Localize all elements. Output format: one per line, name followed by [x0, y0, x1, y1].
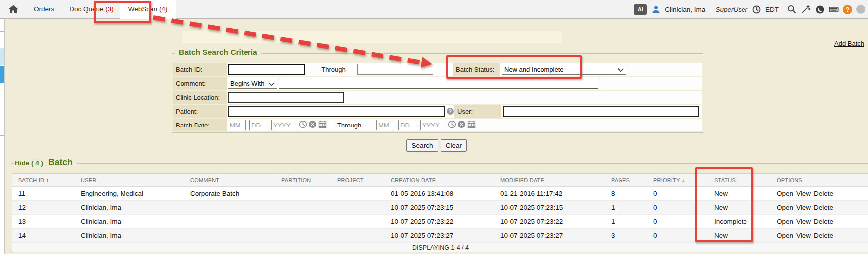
patient-help-icon[interactable]: ?: [447, 108, 454, 115]
cell-options: OpenViewDelete: [777, 204, 868, 211]
column-header-label[interactable]: COMMENT: [190, 177, 219, 183]
cell-batch-id: 13: [18, 218, 81, 225]
batch-date-from-day-input[interactable]: [249, 120, 267, 130]
nav-user-area: AI Clinician, Ima - SuperUser EDT ?: [634, 0, 865, 19]
batch-date-row: Batch Date: - - -Through- - -: [173, 119, 702, 131]
cell-batch-id: 11: [18, 190, 81, 197]
column-header-comment[interactable]: COMMENT: [190, 177, 281, 183]
clear-date-icon[interactable]: [308, 120, 317, 128]
cell-creation-date: 10-07-2025 07:23:22: [391, 218, 500, 225]
clear-button[interactable]: Clear: [441, 139, 467, 152]
column-header-label[interactable]: CREATION DATE: [391, 177, 436, 183]
batch-status-label: Batch Status:: [453, 63, 500, 76]
open-link[interactable]: Open: [777, 190, 793, 197]
column-header-label[interactable]: STATUS: [714, 177, 736, 183]
column-header-project[interactable]: PROJECT: [337, 177, 391, 183]
delete-link[interactable]: Delete: [814, 204, 833, 211]
delete-link[interactable]: Delete: [814, 232, 833, 239]
view-link[interactable]: View: [796, 232, 811, 239]
column-header-label[interactable]: PRIORITY: [653, 177, 680, 183]
column-header-batch-id[interactable]: BATCH ID↑: [18, 177, 81, 184]
cell-pages: 8: [611, 190, 653, 197]
clinic-location-input[interactable]: [228, 92, 344, 103]
nav-item-doc-queue[interactable]: Doc Queue (3): [69, 5, 114, 13]
batch-date-through-label: -Through-: [334, 119, 364, 131]
batch-id-label: Batch ID:: [173, 63, 227, 76]
hide-link[interactable]: Hide ( 4 ): [15, 159, 43, 167]
column-header-label[interactable]: PAGES: [611, 177, 630, 183]
wand-icon[interactable]: [801, 4, 811, 14]
column-header-label[interactable]: PARTITION: [281, 177, 311, 183]
view-link[interactable]: View: [796, 218, 811, 225]
help-icon[interactable]: ?: [843, 5, 852, 14]
column-header-pages[interactable]: PAGES: [611, 177, 653, 183]
cell-batch-id: 12: [18, 204, 81, 211]
batch-date-to-day-input[interactable]: [398, 120, 416, 130]
comment-label: Comment:: [173, 77, 227, 90]
view-link[interactable]: View: [796, 190, 811, 197]
batch-date-to-year-input[interactable]: [420, 120, 444, 130]
sort-desc-icon: ↓: [682, 177, 685, 184]
table-row[interactable]: 13Clinician, Ima10-07-2025 07:23:2210-07…: [12, 215, 868, 229]
cell-creation-date: 10-07-2025 07:23:27: [391, 232, 500, 239]
patient-row: Patient: ? User:: [173, 105, 702, 118]
column-header-creation-date[interactable]: CREATION DATE: [391, 177, 500, 183]
search-icon[interactable]: [787, 4, 797, 14]
clear-date-icon[interactable]: [457, 120, 466, 128]
patient-input[interactable]: [228, 106, 445, 117]
sidebar-collapsed-item[interactable]: [0, 48, 4, 65]
delete-link[interactable]: Delete: [814, 218, 833, 225]
batch-date-from-month-input[interactable]: [228, 120, 246, 130]
search-button[interactable]: Search: [406, 139, 438, 152]
batch-id-from-input[interactable]: [228, 64, 305, 75]
globe-phone-icon[interactable]: [815, 4, 825, 14]
column-header-options: OPTIONS: [777, 177, 868, 183]
column-header-status[interactable]: STATUS: [714, 177, 777, 183]
clinic-location-label: Clinic Location:: [173, 91, 227, 104]
status-circle-icon: [856, 5, 865, 14]
column-header-label[interactable]: BATCH ID: [18, 177, 44, 183]
cell-pages: 3: [611, 232, 653, 239]
add-batch-link[interactable]: Add Batch: [834, 40, 864, 47]
home-icon[interactable]: [8, 4, 19, 14]
cell-user: Clinician, Ima: [81, 204, 190, 211]
column-header-label[interactable]: USER: [81, 177, 96, 183]
calendar-icon[interactable]: [318, 120, 327, 128]
user-input[interactable]: [503, 106, 699, 117]
user-role: - SuperUser: [711, 6, 747, 13]
batch-date-to-month-input[interactable]: [376, 120, 394, 130]
open-link[interactable]: Open: [777, 232, 793, 239]
time-picker-icon[interactable]: [299, 120, 307, 128]
column-header-user[interactable]: USER: [81, 177, 190, 183]
keyboard-icon[interactable]: [829, 4, 839, 14]
time-picker-icon[interactable]: [448, 120, 456, 128]
user-label: User:: [454, 105, 501, 118]
column-header-priority[interactable]: PRIORITY↓: [653, 177, 714, 184]
table-row[interactable]: 14Clinician, Ima10-07-2025 07:23:2710-07…: [12, 229, 868, 243]
batch-id-to-input[interactable]: [357, 64, 433, 75]
doc-queue-count: (3): [105, 5, 114, 13]
column-header-partition[interactable]: PARTITION: [281, 177, 337, 183]
ai-badge[interactable]: AI: [634, 4, 647, 15]
column-header-label[interactable]: MODIFIED DATE: [500, 177, 544, 183]
open-link[interactable]: Open: [777, 204, 793, 211]
batch-date-from-year-input[interactable]: [271, 120, 295, 130]
table-row[interactable]: 12Clinician, Ima10-07-2025 07:23:1510-07…: [12, 201, 868, 215]
nav-item-webscan[interactable]: WebScan (4): [120, 0, 177, 19]
column-header-label[interactable]: PROJECT: [337, 177, 364, 183]
comment-input[interactable]: [279, 78, 598, 89]
calendar-icon[interactable]: [467, 120, 476, 128]
view-link[interactable]: View: [796, 204, 811, 211]
clinic-location-row: Clinic Location:: [173, 91, 702, 104]
table-row[interactable]: 11Engineering, MedicalCorporate Batch01-…: [12, 187, 868, 201]
sidebar-collapsed-item-active[interactable]: [0, 66, 4, 83]
batch-table: BATCH ID↑USERCOMMENTPARTITIONPROJECTCREA…: [12, 173, 868, 252]
open-link[interactable]: Open: [777, 218, 793, 225]
comment-match-select-wrap: Begins With: [228, 78, 277, 89]
batch-status-select[interactable]: New and Incomplete: [502, 64, 626, 75]
delete-link[interactable]: Delete: [814, 190, 833, 197]
cell-modified-date: 10-07-2025 07:23:15: [500, 204, 611, 211]
comment-match-select[interactable]: Begins With: [228, 78, 277, 89]
nav-item-orders[interactable]: Orders: [34, 5, 54, 13]
column-header-modified-date[interactable]: MODIFIED DATE: [500, 177, 611, 183]
